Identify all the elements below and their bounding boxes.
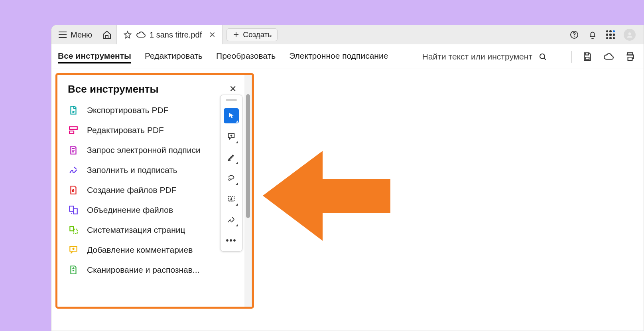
draw-tool-button[interactable] bbox=[224, 170, 239, 186]
svg-rect-9 bbox=[69, 206, 73, 211]
apps-icon[interactable] bbox=[606, 30, 615, 39]
account-avatar[interactable] bbox=[624, 29, 636, 41]
title-right-icons bbox=[569, 25, 644, 44]
nav-edit[interactable]: Редактировать bbox=[145, 51, 203, 62]
scan-ocr-icon bbox=[68, 264, 79, 276]
nav-right-icons bbox=[571, 51, 636, 63]
combine-files-icon bbox=[68, 204, 79, 216]
app-window: Меню 1 sans titre.pdf ✕ Создать bbox=[51, 25, 644, 331]
create-label: Создать bbox=[243, 30, 272, 39]
close-tab-button[interactable]: ✕ bbox=[209, 30, 216, 40]
export-pdf-icon bbox=[68, 105, 79, 116]
menu-label: Меню bbox=[71, 30, 92, 40]
tab-title: 1 sans titre.pdf bbox=[150, 30, 202, 40]
svg-point-2 bbox=[628, 32, 631, 35]
scrollbar-thumb[interactable] bbox=[246, 94, 250, 218]
organize-pages-icon bbox=[68, 224, 79, 236]
tool-label: Редактировать PDF bbox=[87, 125, 164, 135]
highlight-tool-button[interactable] bbox=[224, 150, 239, 165]
more-tools-button[interactable]: ••• bbox=[224, 233, 239, 248]
sign-tool-button[interactable] bbox=[224, 212, 239, 227]
tool-list: Экспортировать PDF Редактировать PDF bbox=[68, 105, 241, 276]
svg-point-1 bbox=[574, 36, 575, 37]
close-panel-button[interactable]: ✕ bbox=[226, 82, 240, 96]
ellipsis-icon: ••• bbox=[226, 236, 236, 245]
tool-combine-files[interactable]: Объединение файлов bbox=[68, 204, 236, 216]
cloud-icon bbox=[136, 30, 146, 40]
panel-title: Все инструменты bbox=[68, 83, 159, 95]
create-button[interactable]: Создать bbox=[226, 28, 278, 41]
svg-rect-7 bbox=[69, 127, 77, 129]
search-box[interactable]: Найти текст или инструмент bbox=[422, 52, 547, 61]
print-icon[interactable] bbox=[624, 52, 636, 62]
tool-fill-sign[interactable]: Заполнить и подписать bbox=[68, 165, 236, 176]
svg-point-3 bbox=[540, 54, 545, 59]
all-tools-panel: Все инструменты ✕ Экспортировать PDF bbox=[57, 75, 244, 307]
user-icon bbox=[626, 31, 634, 39]
home-icon bbox=[102, 30, 112, 40]
lasso-icon bbox=[227, 174, 236, 182]
tool-scan-ocr[interactable]: Сканирование и распознав... bbox=[68, 264, 236, 276]
toolbar-grip[interactable] bbox=[226, 99, 237, 101]
tool-label: Систематизация страниц bbox=[87, 225, 185, 235]
textbox-icon bbox=[227, 194, 236, 203]
signature-icon bbox=[227, 215, 236, 224]
select-tool-button[interactable] bbox=[224, 108, 239, 123]
comment-tool-button[interactable] bbox=[224, 129, 239, 144]
nav-bar: Все инструменты Редактировать Преобразов… bbox=[51, 44, 644, 69]
tool-organize-pages[interactable]: Систематизация страниц bbox=[68, 224, 236, 236]
svg-rect-10 bbox=[73, 209, 77, 214]
tool-export-pdf[interactable]: Экспортировать PDF bbox=[68, 105, 236, 116]
sidebar-scrollbar[interactable] bbox=[244, 75, 252, 307]
edit-pdf-icon bbox=[68, 125, 79, 136]
annotation-arrow bbox=[263, 151, 390, 241]
nav-esign[interactable]: Электронное подписание bbox=[289, 51, 388, 62]
tool-label: Экспортировать PDF bbox=[87, 105, 169, 115]
tool-label: Добавление комментариев bbox=[87, 245, 193, 255]
help-icon[interactable] bbox=[569, 30, 579, 40]
nav-convert[interactable]: Преобразовать bbox=[216, 51, 276, 62]
plus-icon bbox=[232, 31, 240, 38]
tool-label: Объединение файлов bbox=[87, 205, 173, 215]
nav-all-tools[interactable]: Все инструменты bbox=[58, 50, 131, 63]
workspace: Все инструменты ✕ Экспортировать PDF bbox=[51, 69, 644, 331]
svg-rect-11 bbox=[70, 226, 73, 231]
tool-label: Запрос электронной подписи bbox=[87, 145, 201, 155]
hamburger-icon bbox=[59, 32, 67, 38]
svg-rect-12 bbox=[74, 229, 77, 234]
search-placeholder: Найти текст или инструмент bbox=[422, 52, 532, 61]
search-icon bbox=[538, 52, 547, 61]
tool-create-pdf[interactable]: Создание файлов PDF bbox=[68, 184, 236, 196]
menu-button[interactable]: Меню bbox=[54, 25, 97, 44]
cloud-upload-icon[interactable] bbox=[603, 52, 614, 62]
sidebar-divider bbox=[252, 75, 252, 307]
title-bar: Меню 1 sans titre.pdf ✕ Создать bbox=[51, 25, 644, 44]
comment-icon bbox=[227, 132, 236, 141]
request-esign-icon bbox=[68, 145, 79, 156]
quick-tools-toolbar[interactable]: ••• bbox=[220, 95, 242, 252]
tool-add-comments[interactable]: Добавление комментариев bbox=[68, 244, 236, 256]
fill-sign-icon bbox=[68, 165, 79, 176]
tool-label: Сканирование и распознав... bbox=[87, 265, 199, 275]
highlighter-icon bbox=[227, 153, 236, 162]
home-button[interactable] bbox=[97, 25, 117, 44]
document-tab[interactable]: 1 sans titre.pdf ✕ bbox=[117, 25, 223, 44]
textbox-tool-button[interactable] bbox=[224, 191, 239, 206]
cursor-icon bbox=[227, 112, 235, 120]
create-pdf-icon bbox=[68, 184, 79, 196]
svg-rect-8 bbox=[69, 131, 74, 134]
add-comments-icon bbox=[68, 244, 79, 256]
svg-rect-6 bbox=[628, 57, 632, 61]
svg-point-13 bbox=[229, 179, 230, 180]
tool-edit-pdf[interactable]: Редактировать PDF bbox=[68, 125, 236, 136]
svg-rect-4 bbox=[586, 57, 589, 60]
tool-label: Заполнить и подписать bbox=[87, 165, 177, 175]
save-file-icon[interactable] bbox=[582, 52, 593, 62]
bell-icon[interactable] bbox=[588, 30, 597, 40]
divider bbox=[571, 51, 572, 63]
tool-label: Создание файлов PDF bbox=[87, 185, 176, 195]
star-icon bbox=[123, 30, 132, 39]
tool-request-esign[interactable]: Запрос электронной подписи bbox=[68, 145, 236, 156]
